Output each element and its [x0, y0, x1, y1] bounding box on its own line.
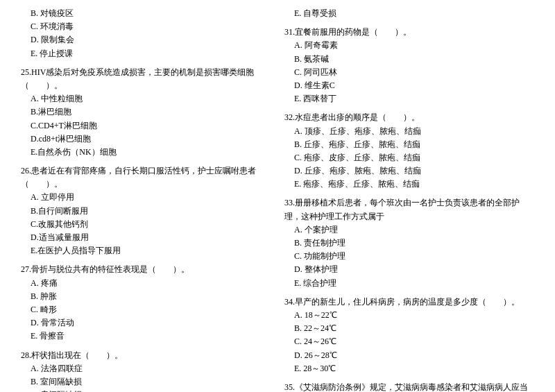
option: A. 个案护理 [284, 223, 534, 237]
option: E. 骨擦音 [21, 330, 271, 343]
content-columns: B. 对镜疫区C. 环境消毒D. 限制集会E. 停止授课25.HIV感染后对免疫… [21, 7, 534, 392]
question-block: E. 自尊受损 [284, 7, 534, 20]
option: B. 肿胀 [21, 290, 271, 303]
option: D. 整体护理 [284, 263, 534, 276]
option: E. 综合护理 [284, 277, 534, 290]
option: B. 22～24℃ [284, 322, 534, 335]
option: E.在医护人员指导下服用 [21, 244, 271, 257]
option: A. 疼痛 [21, 277, 271, 290]
option: C. 环境消毒 [21, 20, 271, 33]
right-column: E. 自尊受损31.宜餐前服用的药物是（ ）。A. 阿奇霉素B. 氨茶碱C. 阿… [284, 7, 534, 392]
question-block: 28.杆状指出现在（ ）。A. 法洛四联症B. 室间隔缺损C. 房间隔缺损D. … [21, 349, 271, 393]
question-block: 31.宜餐前服用的药物是（ ）。A. 阿奇霉素B. 氨茶碱C. 阿司匹林D. 维… [284, 26, 534, 105]
option: B. 责任制护理 [284, 237, 534, 250]
question-title: 27.骨折与脱位共有的特征性表现是（ ）。 [21, 263, 271, 276]
option: A. 立即停用 [21, 191, 271, 204]
option: D. 丘疹、疱疹、脓疱、脓疱、结痂 [284, 164, 534, 178]
option: D. 骨常活动 [21, 316, 271, 330]
page-container: B. 对镜疫区C. 环境消毒D. 限制集会E. 停止授课25.HIV感染后对免疫… [21, 7, 534, 392]
option: E. 自尊受损 [284, 7, 534, 20]
option: C. 疱疹、皮疹、丘疹、脓疱、结痂 [284, 151, 534, 164]
question-title: 34.早产的新生儿，住儿科病房，病房的温度是多少度（ ）。 [284, 296, 534, 309]
option: A. 阿奇霉素 [284, 39, 534, 52]
option: E. 停止授课 [21, 47, 271, 60]
question-block: 26.患者近在有背部疼痛，自行长期口服活性钙，护士应嘱咐患者（ ）。A. 立即停… [21, 164, 271, 257]
option: C.改服其他钙剂 [21, 218, 271, 231]
option: E. 疱疹、疱疹、丘疹、脓疱、结痂 [284, 178, 534, 191]
option: E.自然杀伤（NK）细胞 [21, 146, 271, 159]
question-block: 33.册册移植术后患者，每个班次由一名护士负责该患者的全部护理，这种护理工作方式… [284, 196, 534, 289]
question-block: 35.《艾滋病防治条例》规定，艾滋病病毒感染者和艾滋病病人应当告其感染或者发病的… [284, 381, 534, 392]
question-title: 33.册册移植术后患者，每个班次由一名护士负责该患者的全部护理，这种护理工作方式… [284, 196, 534, 223]
question-block: 34.早产的新生儿，住儿科病房，病房的温度是多少度（ ）。A. 18～22℃B.… [284, 296, 534, 375]
option: D. 限制集会 [21, 33, 271, 46]
option: D. 维生素C [284, 79, 534, 92]
option: C. 房间隔缺损 [21, 389, 271, 392]
question-title: 26.患者近在有背部疼痛，自行长期口服活性钙，护士应嘱咐患者（ ）。 [21, 164, 271, 191]
option: C. 功能制护理 [284, 250, 534, 263]
left-column: B. 对镜疫区C. 环境消毒D. 限制集会E. 停止授课25.HIV感染后对免疫… [21, 7, 271, 392]
option: D. 26～28℃ [284, 349, 534, 362]
option: E. 西咪替丁 [284, 92, 534, 105]
option: B. 丘疹、疱疹、丘疹、脓疱、结痂 [284, 138, 534, 151]
option: B.淋巴细胞 [21, 105, 271, 119]
question-title: 32.水痘患者出疹的顺序是（ ）。 [284, 111, 534, 124]
option: C.CD4+T淋巴细胞 [21, 119, 271, 133]
option: D.适当减量服用 [21, 231, 271, 244]
option: A. 18～22℃ [284, 309, 534, 322]
option: B. 室间隔缺损 [21, 375, 271, 389]
question-title: 31.宜餐前服用的药物是（ ）。 [284, 26, 534, 39]
question-block: 27.骨折与脱位共有的特征性表现是（ ）。A. 疼痛B. 肿胀C. 畸形D. 骨… [21, 263, 271, 343]
option: C. 24～26℃ [284, 335, 534, 348]
question-block: B. 对镜疫区C. 环境消毒D. 限制集会E. 停止授课 [21, 7, 271, 60]
option: A. 法洛四联症 [21, 362, 271, 375]
option: B. 氨茶碱 [284, 53, 534, 66]
question-block: 32.水痘患者出疹的顺序是（ ）。A. 顶疹、丘疹、疱疹、脓疱、结痂B. 丘疹、… [284, 111, 534, 191]
option: C. 畸形 [21, 303, 271, 316]
question-block: 25.HIV感染后对免疫系统造成损害，主要的机制是损害哪类细胞（ ）。A. 中性… [21, 66, 271, 159]
question-title: 35.《艾滋病防治条例》规定，艾滋病病毒感染者和艾滋病病人应当告其感染或者发病的… [284, 381, 534, 392]
option: D.cd8+t淋巴细胞 [21, 133, 271, 146]
question-title: 28.杆状指出现在（ ）。 [21, 349, 271, 362]
option: B. 对镜疫区 [21, 7, 271, 20]
option: A. 顶疹、丘疹、疱疹、脓疱、结痂 [284, 125, 534, 138]
option: C. 阿司匹林 [284, 66, 534, 79]
option: B.自行间断服用 [21, 205, 271, 218]
question-title: 25.HIV感染后对免疫系统造成损害，主要的机制是损害哪类细胞（ ）。 [21, 66, 271, 92]
option: A. 中性粒细胞 [21, 92, 271, 105]
option: E. 28～30℃ [284, 362, 534, 375]
